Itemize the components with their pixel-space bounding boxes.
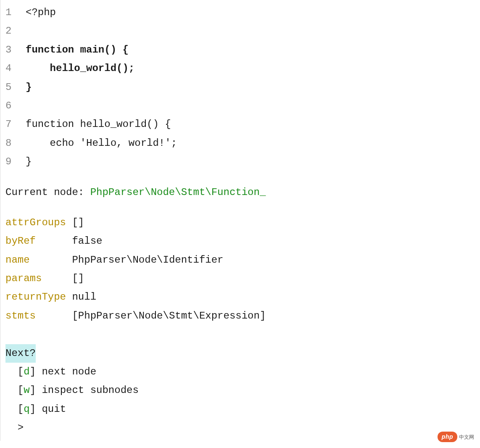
menu-option-key: w [24, 385, 29, 396]
menu-option-label: quit [42, 403, 66, 415]
code-content: <?php [26, 3, 475, 22]
code-line: 6 [5, 97, 475, 115]
attribute-value: [PhpParser\Node\Stmt\Expression] [72, 310, 266, 322]
attribute-row: byRef false [5, 232, 475, 250]
attribute-row: name PhpParser\Node\Identifier [5, 251, 475, 269]
code-line: 4 hello_world(); [5, 59, 475, 78]
attribute-key: attrGroups [5, 217, 66, 228]
code-content: hello_world(); [26, 59, 475, 78]
source-code-block: 1<?php23function main() {4 hello_world()… [5, 3, 475, 171]
line-number: 3 [5, 41, 26, 59]
code-line: 3function main() { [5, 41, 475, 59]
line-number: 8 [5, 134, 26, 153]
code-line: 7function hello_world() { [5, 115, 475, 134]
attribute-value: PhpParser\Node\Identifier [72, 254, 223, 266]
attribute-row: attrGroups [] [5, 213, 475, 232]
attribute-key: stmts [5, 310, 36, 322]
line-number: 6 [5, 97, 26, 115]
current-node-line: Current node: PhpParser\Node\Stmt\Functi… [5, 183, 475, 202]
attribute-key: params [5, 273, 42, 284]
line-number: 4 [5, 59, 26, 78]
menu-option[interactable]: [q] quit [5, 400, 475, 419]
attribute-pad [66, 217, 72, 228]
attribute-key: byRef [5, 235, 36, 247]
attribute-pad [30, 254, 72, 266]
prompt-cursor: > [18, 422, 30, 433]
prompt-block: Next? [d] next node [w] inspect subnodes… [5, 344, 475, 437]
code-content: function main() { [26, 41, 475, 59]
attribute-pad [66, 291, 72, 303]
code-line: 9} [5, 153, 475, 171]
code-content [26, 22, 475, 40]
code-content: } [26, 153, 475, 171]
menu-option[interactable]: [w] inspect subnodes [5, 381, 475, 400]
code-line: 8 echo 'Hello, world!'; [5, 134, 475, 153]
attribute-row: params [] [5, 269, 475, 288]
attributes-block: attrGroups []byRef falsename PhpParser\N… [5, 213, 475, 325]
attribute-pad [36, 310, 72, 322]
attribute-value: [] [72, 273, 84, 284]
line-number: 5 [5, 78, 26, 97]
php-badge: php [438, 432, 457, 441]
prompt-label-line: Next? [5, 344, 475, 363]
attribute-key: name [5, 254, 30, 266]
code-content [26, 97, 475, 115]
menu-option-label: inspect subnodes [42, 385, 138, 396]
code-content: echo 'Hello, world!'; [26, 134, 475, 153]
menu-option-key: q [24, 403, 29, 415]
attribute-row: stmts [PhpParser\Node\Stmt\Expression] [5, 307, 475, 325]
blank-line [5, 325, 475, 344]
attribute-key: returnType [5, 291, 66, 303]
current-node-label: Current node: [5, 187, 90, 198]
code-content: function hello_world() { [26, 115, 475, 134]
code-line: 5} [5, 78, 475, 97]
code-line: 1<?php [5, 3, 475, 22]
prompt-cursor-line[interactable]: > [5, 419, 475, 437]
line-number: 2 [5, 22, 26, 40]
attribute-value: null [72, 291, 96, 303]
code-line: 2 [5, 22, 475, 40]
attribute-pad [36, 235, 72, 247]
code-content: } [26, 78, 475, 97]
footer-logo: php 中文网 [438, 432, 474, 441]
attribute-pad [42, 273, 72, 284]
menu-option[interactable]: [d] next node [5, 363, 475, 381]
attribute-value: false [72, 235, 102, 247]
attribute-value: [] [72, 217, 84, 228]
attribute-row: returnType null [5, 288, 475, 306]
line-number: 1 [5, 3, 26, 22]
menu-option-key: d [24, 366, 29, 377]
line-number: 7 [5, 115, 26, 134]
php-text: 中文网 [459, 433, 474, 441]
prompt-label: Next? [5, 344, 36, 363]
menu-option-label: next node [42, 366, 96, 377]
current-node-value: PhpParser\Node\Stmt\Function_ [90, 187, 266, 198]
line-number: 9 [5, 153, 26, 171]
